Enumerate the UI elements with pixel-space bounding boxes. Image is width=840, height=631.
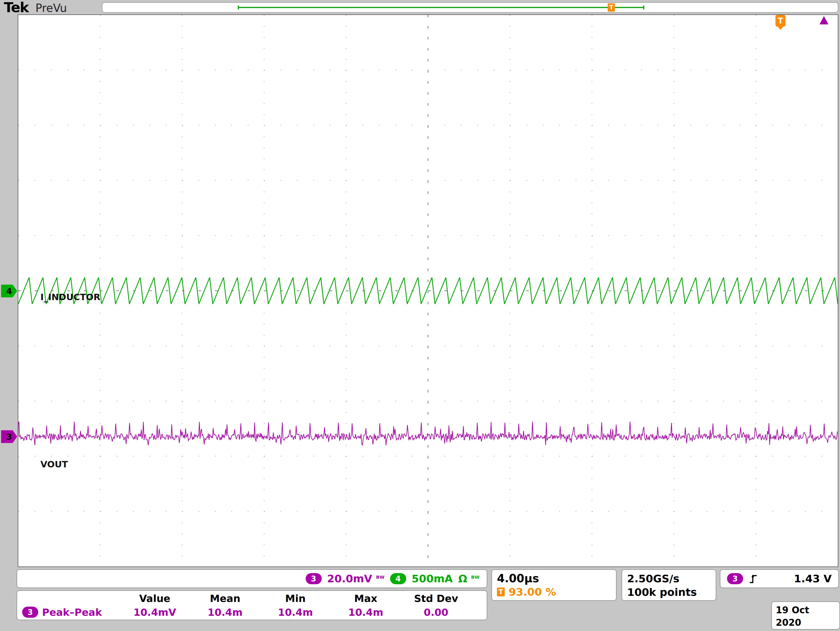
measurement-source-badge: 3 xyxy=(22,607,38,618)
measurement-stddev: 0.00 xyxy=(401,607,471,618)
record-length-readout: 100k points xyxy=(627,585,711,599)
channel-4-scale[interactable]: 500mA xyxy=(412,573,453,585)
acquisition-status: PreVu xyxy=(35,2,67,14)
timebase-readout[interactable]: 4.00µs xyxy=(497,572,611,585)
measurement-mean: 10.4m xyxy=(190,607,260,618)
channel-4-label: I_INDUCTOR xyxy=(40,292,100,302)
record-trigger-marker[interactable]: T xyxy=(608,3,615,12)
header-stddev: Std Dev xyxy=(401,593,471,604)
trigger-level-offscreen-arrow-icon xyxy=(819,16,828,24)
channel-3-badge[interactable]: 3 xyxy=(306,573,322,584)
trigger-position-flag-label: T xyxy=(778,16,783,25)
time-readout: 14:02:57 xyxy=(776,629,835,631)
trigger-slope-icon xyxy=(749,573,758,584)
measurement-row[interactable]: 3 Peak–Peak 10.4mV 10.4m 10.4m 10.4m 0.0… xyxy=(17,605,487,619)
measurement-max: 10.4m xyxy=(331,607,401,618)
trigger-position-icon: T xyxy=(497,588,505,596)
header-max: Max xyxy=(331,593,401,604)
sample-rate-readout: 2.50GS/s xyxy=(627,572,711,585)
measurement-min: 10.4m xyxy=(260,607,331,618)
record-window-indicator xyxy=(238,7,644,8)
trigger-position-flag[interactable]: T xyxy=(775,15,785,27)
record-view-bar[interactable]: T xyxy=(102,2,838,13)
date-readout: 19 Oct 2020 xyxy=(776,604,835,629)
trigger-position-readout: 93.00 % xyxy=(508,586,556,598)
vertical-scale-bar[interactable]: 3 20.0mV ᴮᵂ 4 500mA Ω ᴮᵂ xyxy=(17,569,487,588)
oscilloscope-screen: Tek PreVu T T I_INDUCTOR VOUT 4 3 3 20.0… xyxy=(0,0,840,631)
brand-logo: Tek xyxy=(4,0,28,16)
channel-3-label: VOUT xyxy=(40,459,68,470)
channel-4-marker[interactable]: 4 xyxy=(1,285,17,297)
graticule: T I_INDUCTOR VOUT xyxy=(18,14,838,567)
channel-4-bandwidth-icon: ᴮᵂ xyxy=(471,574,480,583)
channel-3-scale[interactable]: 20.0mV xyxy=(327,573,373,585)
measurement-table[interactable]: Value Mean Min Max Std Dev 3 Peak–Peak 1… xyxy=(17,590,487,620)
datetime-box: 19 Oct 2020 14:02:57 xyxy=(771,601,840,629)
measurement-value: 10.4mV xyxy=(120,607,190,618)
horizontal-readout[interactable]: 4.00µs T 93.00 % xyxy=(491,569,617,601)
channel-3-marker[interactable]: 3 xyxy=(1,430,17,443)
header-mean: Mean xyxy=(190,593,260,604)
channel-4-badge[interactable]: 4 xyxy=(390,573,406,584)
channel-3-bandwidth-icon: ᴮᵂ xyxy=(376,574,385,583)
trigger-readout[interactable]: 3 1.43 V xyxy=(720,569,839,588)
header-min: Min xyxy=(260,593,331,604)
waveform-display xyxy=(18,15,838,566)
trigger-source-badge[interactable]: 3 xyxy=(727,573,743,584)
channel-4-coupling: Ω xyxy=(458,573,467,585)
acquisition-readout[interactable]: 2.50GS/s 100k points xyxy=(622,569,716,601)
trigger-level-readout: 1.43 V xyxy=(794,573,832,585)
header-value: Value xyxy=(120,593,190,604)
measurement-name: Peak–Peak xyxy=(42,607,102,618)
measurement-header-row: Value Mean Min Max Std Dev xyxy=(17,592,487,605)
